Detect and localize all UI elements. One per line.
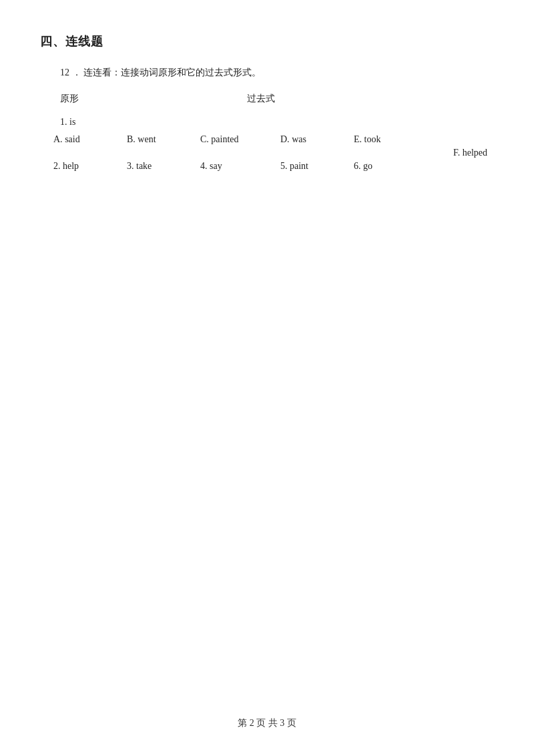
item-4: 4. say xyxy=(200,161,280,172)
answer-f: F. helped xyxy=(453,148,487,158)
item-6-text: go xyxy=(363,161,372,171)
col-guoqushi-label: 过去式 xyxy=(247,93,275,105)
answers-section: A. said B. went C. painted D. was E. too… xyxy=(40,134,494,172)
item-2-num: 2. xyxy=(53,161,63,171)
col-yuanxing-label: 原形 xyxy=(60,93,167,105)
item-2: 2. help xyxy=(53,161,127,172)
answer-e-id: E. xyxy=(354,134,364,144)
page-footer: 第 2 页 共 3 页 xyxy=(0,717,534,729)
answer-d-id: D. xyxy=(280,134,292,144)
answer-a: A. said xyxy=(53,134,127,145)
answer-f-id: F. xyxy=(453,148,463,158)
answer-f-row: F. helped xyxy=(40,148,494,158)
answer-d-text: was xyxy=(292,134,306,144)
item-5: 5. paint xyxy=(280,161,354,172)
item-5-num: 5. xyxy=(280,161,290,171)
answer-a-id: A. xyxy=(53,134,65,144)
instruction-text: 连连看：连接动词原形和它的过去式形式。 xyxy=(83,67,261,77)
answer-b: B. went xyxy=(127,134,200,145)
item-3-num: 3. xyxy=(127,161,136,171)
item-3-text: take xyxy=(136,161,152,171)
question-instruction: 12 ． 连连看：连接动词原形和它的过去式形式。 xyxy=(60,64,494,81)
answer-f-text: helped xyxy=(463,148,487,158)
item-2-text: help xyxy=(63,161,79,171)
question-number: 12 xyxy=(60,67,69,77)
answers-row-1: A. said B. went C. painted D. was E. too… xyxy=(40,134,494,145)
item-6: 6. go xyxy=(354,161,427,172)
items-row-2: 2. help 3. take 4. say 5. paint 6. go xyxy=(40,161,494,172)
answer-c-id: C. xyxy=(200,134,211,144)
answer-e-text: took xyxy=(364,134,381,144)
answer-b-text: went xyxy=(138,134,156,144)
answer-e: E. took xyxy=(354,134,427,145)
page: 四、连线题 12 ． 连连看：连接动词原形和它的过去式形式。 原形 过去式 1.… xyxy=(0,0,534,756)
answer-b-id: B. xyxy=(127,134,138,144)
answer-a-text: said xyxy=(65,134,80,144)
item-4-text: say xyxy=(210,161,222,171)
item-6-num: 6. xyxy=(354,161,363,171)
section-title: 四、连线题 xyxy=(40,33,494,49)
answer-c-text: painted xyxy=(211,134,238,144)
column-headers: 原形 过去式 xyxy=(60,93,494,105)
item-3: 3. take xyxy=(127,161,200,172)
item-4-num: 4. xyxy=(200,161,210,171)
item-1-is: 1. is xyxy=(60,117,494,128)
item-5-text: paint xyxy=(290,161,308,171)
answer-c: C. painted xyxy=(200,134,280,145)
answer-d: D. was xyxy=(280,134,354,145)
